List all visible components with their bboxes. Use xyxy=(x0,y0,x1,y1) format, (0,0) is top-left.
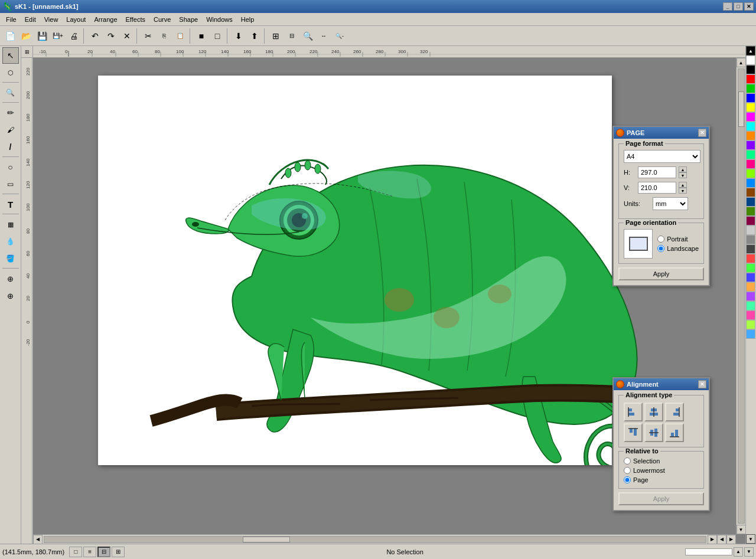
menu-windows[interactable]: Windows xyxy=(203,15,236,24)
color-maroon[interactable] xyxy=(746,216,755,225)
alignment-panel-titlebar[interactable]: Alignment ✕ xyxy=(614,378,709,390)
page-apply-button[interactable]: Apply xyxy=(618,267,704,280)
snap2-tool[interactable]: ⊕ xyxy=(2,287,19,304)
color-lightred[interactable] xyxy=(746,254,755,263)
color-lightpurple[interactable] xyxy=(746,292,755,301)
color-cornflower[interactable] xyxy=(746,329,755,339)
undo-button[interactable]: ↶ xyxy=(87,28,103,44)
zoom-tool[interactable]: 🔍 xyxy=(2,84,19,101)
color-pink[interactable] xyxy=(746,159,755,169)
align-top-button[interactable] xyxy=(624,423,643,442)
color-navy[interactable] xyxy=(746,197,755,207)
menu-view[interactable]: View xyxy=(41,15,62,24)
calligraphy-tool[interactable]: / xyxy=(2,139,19,155)
brush-tool[interactable]: 🖌 xyxy=(2,122,19,138)
color-cyan[interactable] xyxy=(746,122,755,131)
h-scrollbar[interactable]: ◀ ▶ ◀ ▶ xyxy=(33,534,736,544)
rectangle-tool[interactable]: ▭ xyxy=(2,176,19,192)
menu-edit[interactable]: Edit xyxy=(21,15,40,24)
alignment-apply-button[interactable]: Apply xyxy=(618,492,704,505)
redo-button[interactable]: ↷ xyxy=(103,28,119,44)
alignment-panel-close[interactable]: ✕ xyxy=(698,380,706,388)
color-purple[interactable] xyxy=(746,140,755,150)
align-center-h-button[interactable] xyxy=(644,403,663,421)
import-button[interactable]: ⬇ xyxy=(231,28,246,44)
scroll-right-button[interactable]: ▶ xyxy=(708,535,717,544)
color-mint[interactable] xyxy=(746,150,755,159)
scroll-nav-left[interactable]: ◀ xyxy=(717,535,726,544)
status-view-2[interactable]: ≡ xyxy=(83,547,96,557)
page-panel-titlebar[interactable]: PAGE ✕ xyxy=(614,127,709,139)
h-spin-down[interactable]: ▼ xyxy=(679,172,687,178)
menu-layout[interactable]: Layout xyxy=(63,15,89,24)
save-as-button[interactable]: 💾+ xyxy=(50,28,66,44)
color-olive[interactable] xyxy=(746,207,755,216)
color-lightorange[interactable] xyxy=(746,282,755,292)
menu-arrange[interactable]: Arrange xyxy=(90,15,120,24)
scroll-nav-right[interactable]: ▶ xyxy=(726,535,736,544)
color-orange[interactable] xyxy=(746,131,755,140)
align-right-button[interactable] xyxy=(665,403,684,421)
fill2-button[interactable]: □ xyxy=(210,28,225,44)
align-left-button[interactable] xyxy=(624,403,643,421)
menu-effects[interactable]: Effects xyxy=(122,15,149,24)
color-yellow[interactable] xyxy=(746,103,755,112)
h-input[interactable] xyxy=(638,166,676,178)
color-blue[interactable] xyxy=(746,93,755,103)
v-spin-up[interactable]: ▲ xyxy=(679,182,687,188)
selection-radio[interactable] xyxy=(624,457,631,465)
paste-button[interactable]: 📋 xyxy=(172,28,188,44)
align-bottom-button[interactable] xyxy=(665,423,684,442)
format-select[interactable]: A4 A3 A5 Letter xyxy=(624,150,700,163)
units-select[interactable]: mm cm in px xyxy=(653,197,688,210)
ruler-corner-icon[interactable]: ⊞ xyxy=(21,46,32,57)
menu-shape[interactable]: Shape xyxy=(175,15,201,24)
scroll-down-button[interactable]: ▼ xyxy=(737,525,746,534)
zoom-out-button[interactable]: 🔍- xyxy=(332,28,347,44)
color-green[interactable] xyxy=(746,84,755,93)
palette-scroll-up[interactable]: ▲ xyxy=(746,46,755,55)
save-button[interactable]: 💾 xyxy=(34,28,50,44)
fill-button[interactable]: ■ xyxy=(194,28,209,44)
status-view-1[interactable]: □ xyxy=(69,547,82,557)
maximize-button[interactable]: □ xyxy=(734,2,743,11)
pencil-tool[interactable]: ✏ xyxy=(2,104,19,121)
status-view-4[interactable]: ⊞ xyxy=(112,547,125,557)
color-black[interactable] xyxy=(746,65,755,74)
color-brown[interactable] xyxy=(746,188,755,197)
snap-tool[interactable]: ⊕ xyxy=(2,270,19,287)
menu-file[interactable]: File xyxy=(2,15,20,24)
print-button[interactable]: 🖨 xyxy=(66,28,82,44)
open-button[interactable]: 📂 xyxy=(18,28,34,44)
status-scroll-up[interactable]: ▲ xyxy=(734,547,743,557)
color-yellow-green[interactable] xyxy=(746,320,755,329)
status-view-3[interactable]: ⊟ xyxy=(97,547,110,557)
color-hotpink[interactable] xyxy=(746,310,755,320)
v-input[interactable] xyxy=(638,182,676,194)
menu-curve[interactable]: Curve xyxy=(150,15,174,24)
dropper-tool[interactable]: 💧 xyxy=(2,233,19,250)
fill-tool[interactable]: 🪣 xyxy=(2,250,19,267)
gradient-tool[interactable]: ▦ xyxy=(2,216,19,233)
zoom-page-button[interactable]: ⊟ xyxy=(284,28,299,44)
color-sky[interactable] xyxy=(746,178,755,188)
page-panel-close[interactable]: ✕ xyxy=(698,129,706,137)
new-button[interactable]: 📄 xyxy=(2,28,18,44)
zoom-width-button[interactable]: ↔ xyxy=(316,28,331,44)
scroll-up-button[interactable]: ▲ xyxy=(737,58,746,67)
color-lightmint[interactable] xyxy=(746,301,755,310)
palette-scroll-down[interactable]: ▼ xyxy=(746,534,755,544)
color-darkgray[interactable] xyxy=(746,244,755,254)
color-white[interactable] xyxy=(746,55,755,65)
delete-button[interactable]: ✕ xyxy=(119,28,135,44)
v-scrollbar[interactable]: ▲ ▼ xyxy=(736,58,745,534)
scroll-left-button[interactable]: ◀ xyxy=(33,535,43,544)
page-radio[interactable] xyxy=(624,476,631,483)
h-scroll-thumb[interactable] xyxy=(243,537,290,542)
color-gray[interactable] xyxy=(746,235,755,244)
menu-help[interactable]: Help xyxy=(237,15,258,24)
v-spin-down[interactable]: ▼ xyxy=(679,188,687,194)
select-tool[interactable]: ↖ xyxy=(2,47,19,64)
lowermost-radio[interactable] xyxy=(624,467,631,474)
color-lightblue[interactable] xyxy=(746,273,755,282)
